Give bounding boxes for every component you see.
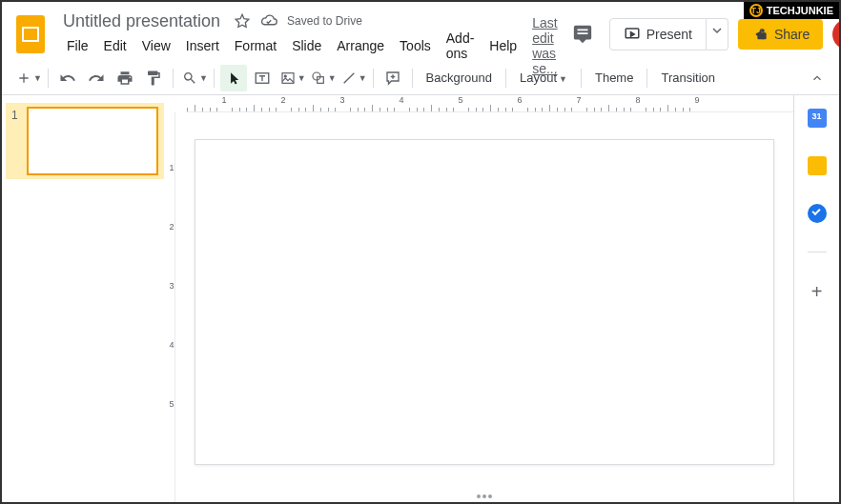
- chevron-down-icon: ▼: [199, 73, 208, 83]
- ruler-tick-label: 6: [510, 95, 529, 105]
- share-button[interactable]: Share: [738, 19, 823, 50]
- document-title[interactable]: Untitled presentation: [59, 10, 224, 33]
- chevron-down-icon: ▼: [297, 73, 306, 83]
- print-button[interactable]: [112, 65, 138, 91]
- menu-tools[interactable]: Tools: [392, 34, 439, 57]
- ruler-tick-label: 4: [169, 340, 174, 350]
- speaker-notes-resize-handle[interactable]: [477, 494, 492, 498]
- paint-format-button[interactable]: [140, 65, 167, 91]
- canvas-viewport[interactable]: [175, 112, 793, 502]
- ruler-tick-label: 2: [274, 95, 293, 105]
- ruler-tick-label: 1: [215, 95, 234, 105]
- canvas-area: 123456789 12345: [169, 95, 793, 502]
- line-tool[interactable]: ▼: [338, 65, 367, 91]
- svg-rect-6: [282, 72, 294, 83]
- ruler-tick-label: 4: [392, 95, 411, 105]
- app-header: Untitled presentation Saved to Drive Fil…: [2, 2, 839, 61]
- undo-button[interactable]: [54, 65, 81, 91]
- main-area: 1 123456789 12345 +: [2, 95, 839, 502]
- toolbar-separator: [173, 69, 174, 88]
- filmstrip-panel: 1: [2, 95, 169, 502]
- redo-button[interactable]: [83, 65, 110, 91]
- star-button[interactable]: [234, 12, 251, 30]
- svg-point-8: [313, 72, 320, 80]
- select-tool[interactable]: [220, 65, 247, 91]
- present-button[interactable]: Present: [609, 18, 707, 50]
- account-avatar[interactable]: R: [832, 19, 841, 50]
- toolbar-separator: [581, 69, 582, 88]
- image-tool[interactable]: ▼: [277, 65, 306, 91]
- present-label: Present: [646, 27, 692, 42]
- side-panel-divider: [808, 252, 827, 252]
- horizontal-ruler[interactable]: 123456789: [186, 95, 793, 112]
- chevron-down-icon: ▼: [559, 74, 567, 84]
- calendar-icon[interactable]: [808, 109, 827, 128]
- collapse-toolbar-button[interactable]: [807, 68, 828, 89]
- ruler-tick-label: 2: [169, 222, 174, 232]
- saved-status-text[interactable]: Saved to Drive: [287, 14, 362, 28]
- chevron-down-icon: ▼: [33, 73, 42, 83]
- comment-tool[interactable]: [379, 65, 406, 91]
- comments-button[interactable]: [565, 17, 600, 51]
- menu-addons[interactable]: Add-ons: [439, 27, 482, 65]
- toolbar-separator: [646, 69, 647, 88]
- title-area: Untitled presentation Saved to Drive Fil…: [59, 10, 565, 58]
- toolbar-separator: [505, 69, 506, 88]
- ruler-tick-label: 3: [169, 281, 174, 291]
- ruler-tick-label: 8: [628, 95, 647, 105]
- watermark-badge: TJ TECHJUNKIE: [744, 2, 839, 19]
- toolbar-separator: [373, 69, 374, 88]
- present-dropdown[interactable]: [707, 18, 728, 50]
- slide-thumbnail-item[interactable]: 1: [6, 103, 164, 179]
- ruler-tick-label: 5: [451, 95, 470, 105]
- ruler-tick-label: 1: [169, 163, 174, 172]
- watermark-text: TECHJUNKIE: [767, 5, 833, 16]
- zoom-button[interactable]: ▼: [179, 65, 208, 91]
- toolbar-separator: [48, 69, 49, 88]
- ruler-tick-label: 5: [169, 399, 174, 409]
- transition-button[interactable]: Transition: [653, 67, 723, 89]
- menu-help[interactable]: Help: [482, 34, 524, 57]
- menu-edit[interactable]: Edit: [96, 34, 134, 57]
- textbox-tool[interactable]: [249, 65, 276, 91]
- toolbar-separator: [214, 69, 215, 88]
- menu-insert[interactable]: Insert: [178, 34, 227, 57]
- menu-file[interactable]: File: [59, 34, 96, 57]
- slide-thumbnail[interactable]: [27, 107, 158, 175]
- new-slide-button[interactable]: ▼: [13, 65, 42, 91]
- svg-point-7: [284, 75, 286, 77]
- chevron-down-icon: ▼: [328, 73, 337, 83]
- get-addons-button[interactable]: +: [811, 281, 823, 303]
- slide-number: 1: [11, 107, 21, 122]
- layout-button[interactable]: Layout▼: [512, 67, 575, 89]
- vertical-ruler[interactable]: 12345: [169, 112, 175, 502]
- share-label: Share: [774, 27, 810, 42]
- ruler-tick-label: 7: [569, 95, 588, 105]
- chevron-down-icon: ▼: [359, 73, 367, 83]
- menu-arrange[interactable]: Arrange: [329, 34, 392, 57]
- svg-rect-2: [24, 29, 37, 40]
- watermark-icon: TJ: [749, 4, 763, 17]
- slides-logo[interactable]: [13, 11, 48, 57]
- theme-button[interactable]: Theme: [587, 67, 641, 89]
- ruler-tick-label: 9: [687, 95, 707, 105]
- saved-to-drive-icon[interactable]: [260, 12, 277, 30]
- side-panel: +: [793, 95, 839, 502]
- menu-view[interactable]: View: [134, 34, 178, 57]
- toolbar: ▼ ▼ ▼ ▼ ▼ Background Layout▼: [2, 61, 839, 95]
- slide-canvas[interactable]: [195, 139, 774, 465]
- menu-format[interactable]: Format: [227, 34, 284, 57]
- shape-tool[interactable]: ▼: [308, 65, 337, 91]
- keep-icon[interactable]: [808, 156, 827, 175]
- background-button[interactable]: Background: [419, 67, 500, 89]
- ruler-tick-label: 3: [333, 95, 352, 105]
- menu-slide[interactable]: Slide: [284, 34, 329, 57]
- toolbar-separator: [412, 69, 413, 88]
- tasks-icon[interactable]: [808, 204, 827, 223]
